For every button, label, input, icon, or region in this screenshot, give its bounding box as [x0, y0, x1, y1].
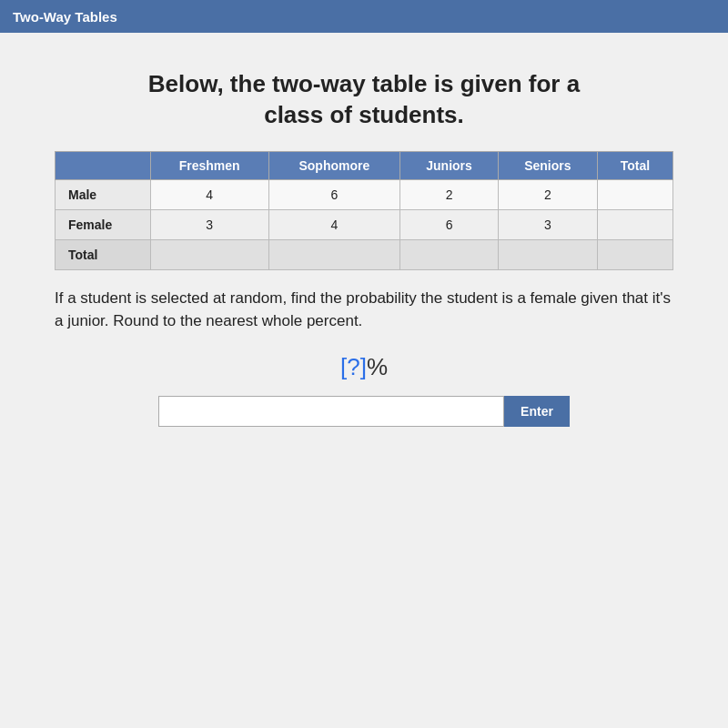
question-title: Below, the two-way table is given for a … — [55, 69, 673, 131]
answer-input[interactable] — [158, 396, 504, 427]
col-header-seniors: Seniors — [498, 151, 597, 179]
row-label-female: Female — [56, 209, 151, 239]
total-sophomore — [268, 239, 400, 269]
col-header-freshmen: Freshmen — [150, 151, 268, 179]
input-row: Enter — [55, 396, 673, 427]
female-sophomore: 4 — [268, 209, 400, 239]
title-line2: class of students. — [264, 101, 464, 128]
total-total — [597, 239, 672, 269]
enter-button[interactable]: Enter — [504, 396, 570, 427]
answer-bracket: [?] — [340, 353, 367, 380]
col-header-empty — [56, 151, 151, 179]
top-bar: Two-Way Tables — [0, 0, 728, 33]
row-label-total: Total — [56, 239, 151, 269]
row-label-male: Male — [56, 179, 151, 209]
col-header-sophomore: Sophomore — [268, 151, 400, 179]
total-freshmen — [150, 239, 268, 269]
male-total — [597, 179, 672, 209]
question-body: If a student is selected at random, find… — [55, 289, 671, 330]
male-freshmen: 4 — [150, 179, 268, 209]
table-row: Female 3 4 6 3 — [56, 209, 673, 239]
total-seniors — [498, 239, 597, 269]
col-header-total: Total — [597, 151, 672, 179]
table-row: Male 4 6 2 2 — [56, 179, 673, 209]
title-line1: Below, the two-way table is given for a — [148, 70, 580, 97]
top-bar-title: Two-Way Tables — [13, 9, 117, 25]
main-content: Below, the two-way table is given for a … — [0, 33, 728, 728]
two-way-table: Freshmen Sophomore Juniors Seniors Total… — [55, 151, 673, 270]
male-juniors: 2 — [400, 179, 499, 209]
female-seniors: 3 — [498, 209, 597, 239]
question-text: If a student is selected at random, find… — [55, 287, 673, 333]
female-freshmen: 3 — [150, 209, 268, 239]
total-juniors — [400, 239, 499, 269]
table-wrapper: Freshmen Sophomore Juniors Seniors Total… — [55, 151, 673, 270]
female-juniors: 6 — [400, 209, 499, 239]
answer-percent-sign: % — [367, 353, 388, 380]
female-total — [597, 209, 672, 239]
col-header-juniors: Juniors — [400, 151, 499, 179]
answer-display: [?]% — [55, 353, 673, 381]
male-seniors: 2 — [498, 179, 597, 209]
male-sophomore: 6 — [268, 179, 400, 209]
table-row total-row: Total — [56, 239, 673, 269]
